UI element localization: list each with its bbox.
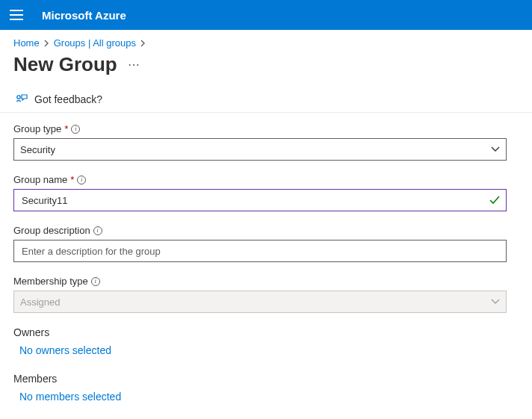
group-type-value: Security	[20, 144, 55, 155]
chevron-right-icon	[140, 40, 146, 47]
group-description-label: Group description	[13, 225, 90, 236]
breadcrumb: Home Groups | All groups	[0, 30, 532, 53]
membership-type-label-row: Membership type i	[13, 276, 519, 287]
hamburger-menu-button[interactable]	[7, 6, 25, 24]
top-bar: Microsoft Azure	[0, 0, 532, 30]
group-description-input[interactable]	[20, 240, 500, 261]
new-group-form: Group type * i Security Group name * i G…	[0, 113, 532, 313]
group-description-label-row: Group description i	[13, 225, 519, 236]
page-title: New Group	[13, 53, 117, 76]
info-icon[interactable]: i	[91, 277, 100, 286]
info-icon[interactable]: i	[93, 226, 102, 235]
membership-type-select: Assigned	[13, 291, 507, 313]
group-type-label-row: Group type * i	[13, 123, 519, 134]
checkmark-icon	[489, 196, 500, 205]
feedback-icon	[15, 93, 28, 106]
group-description-input-wrapper	[13, 240, 507, 262]
group-type-label: Group type	[13, 123, 61, 134]
chevron-down-icon	[491, 299, 500, 305]
membership-type-value: Assigned	[20, 297, 60, 308]
owners-select-link[interactable]: No owners selected	[13, 344, 519, 356]
feedback-bar[interactable]: Got feedback?	[0, 87, 532, 113]
group-name-label: Group name	[13, 174, 67, 185]
group-type-select[interactable]: Security	[13, 138, 507, 161]
owners-label: Owners	[13, 326, 519, 338]
info-icon[interactable]: i	[71, 125, 80, 134]
page-title-row: New Group ⋯	[0, 53, 532, 87]
svg-point-0	[17, 96, 20, 99]
group-description-field: Group description i	[13, 225, 519, 262]
group-type-field: Group type * i Security	[13, 123, 519, 161]
members-section: Members No members selected	[0, 373, 532, 403]
breadcrumb-home-link[interactable]: Home	[13, 37, 40, 49]
brand-label: Microsoft Azure	[42, 9, 126, 22]
more-actions-button[interactable]: ⋯	[128, 58, 141, 72]
owners-section: Owners No owners selected	[0, 326, 532, 356]
members-label: Members	[13, 373, 519, 385]
required-indicator: *	[70, 174, 74, 185]
feedback-label: Got feedback?	[34, 93, 102, 105]
info-icon[interactable]: i	[77, 176, 86, 184]
group-name-label-row: Group name * i	[13, 174, 519, 185]
group-name-input[interactable]	[20, 190, 500, 211]
membership-type-label: Membership type	[13, 276, 88, 287]
chevron-right-icon	[44, 40, 49, 47]
group-name-input-wrapper	[13, 189, 507, 211]
required-indicator: *	[64, 123, 68, 134]
chevron-down-icon	[491, 146, 500, 152]
breadcrumb-groups-link[interactable]: Groups | All groups	[54, 37, 136, 49]
membership-type-field: Membership type i Assigned	[13, 276, 519, 313]
group-name-field: Group name * i	[13, 174, 519, 211]
members-select-link[interactable]: No members selected	[13, 391, 519, 403]
